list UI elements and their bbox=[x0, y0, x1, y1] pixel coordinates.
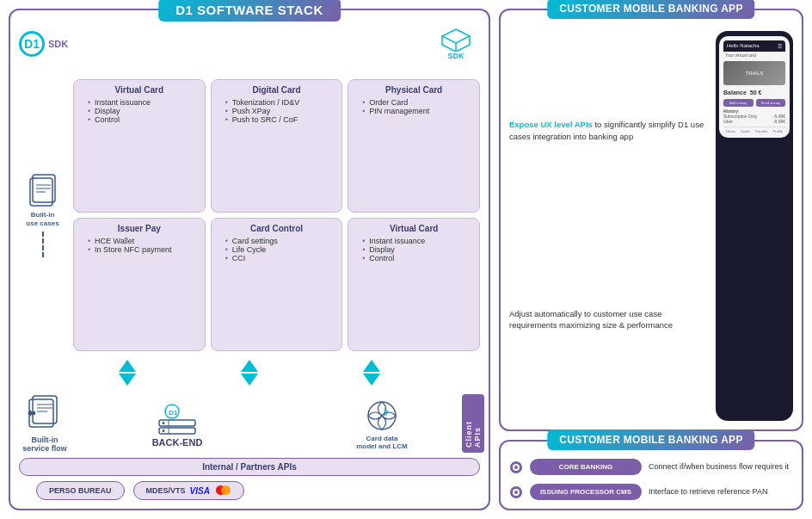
right-panel: CUSTOMER MOBILE BANKING APP Expose UX le… bbox=[499, 9, 803, 510]
card-box-virtual: Virtual Card Instant issuance Display Co… bbox=[73, 79, 206, 213]
client-apis-badge: Client APIs bbox=[462, 394, 484, 453]
dotted-arrow bbox=[42, 232, 44, 257]
add-money-btn[interactable]: Add money bbox=[723, 99, 754, 107]
perso-bureau-logo: PERSO BUREAU bbox=[36, 481, 125, 500]
card-virtual2-list: Instant issuance Display Control bbox=[355, 237, 472, 263]
right-top-title: CUSTOMER MOBILE BANKING APP bbox=[547, 0, 754, 19]
card-control-list: Card settings Life Cycle CCI bbox=[218, 237, 335, 263]
highlight-text-1: Expose UX level APIs bbox=[509, 120, 593, 129]
client-apis-label: Client APIs bbox=[462, 394, 484, 453]
arrow-up-icon bbox=[363, 360, 380, 372]
list-item: Push to SRC / CoF bbox=[225, 115, 335, 124]
box-icon bbox=[440, 28, 471, 52]
arrow-down-icon bbox=[119, 374, 136, 386]
phone-icon: ☰ bbox=[778, 43, 782, 49]
list-item: Instant issuance bbox=[88, 98, 198, 107]
card-box-issuer: Issuer Pay HCE Wallet In Store NFC payme… bbox=[73, 218, 206, 351]
list-item: HCE Wallet bbox=[88, 237, 198, 245]
card-issuer-title: Issuer Pay bbox=[81, 224, 198, 233]
service-flow-item: Built-inservice flow bbox=[19, 394, 71, 453]
svg-point-18 bbox=[163, 429, 165, 432]
card-virtual-list: Instant issuance Display Control bbox=[81, 98, 198, 124]
card-box-physical: Physical Card Order Card PIN management bbox=[348, 79, 480, 213]
right-top-panel: CUSTOMER MOBILE BANKING APP Expose UX le… bbox=[499, 9, 803, 431]
svg-point-27 bbox=[514, 491, 518, 494]
issuing-processor-desc: Interface to retrieve reference PAN bbox=[649, 487, 793, 497]
svg-point-17 bbox=[163, 422, 165, 424]
nav-transfer[interactable]: Transfer bbox=[755, 129, 768, 133]
core-banking-connector-icon bbox=[509, 460, 523, 474]
nav-profile[interactable]: Profile bbox=[773, 129, 783, 133]
main-container: D1 SOFTWARE STACK D1 SDK SDK bbox=[0, 0, 812, 519]
card-virtual-title: Virtual Card bbox=[81, 85, 198, 95]
core-banking-desc: Connect if/when business flow requires i… bbox=[649, 462, 793, 473]
transaction-2-amount: -8.99€ bbox=[773, 119, 785, 124]
text-block-1: Expose UX level APIs to significantly si… bbox=[509, 119, 707, 142]
transaction-2: Uber -8.99€ bbox=[723, 119, 785, 124]
right-text-section: Expose UX level APIs to significantly si… bbox=[509, 29, 707, 421]
list-item: Display bbox=[362, 245, 472, 254]
bi-arrow-2 bbox=[241, 360, 258, 386]
service-flow-label: Built-inservice flow bbox=[22, 436, 67, 453]
right-bottom-panel: CUSTOMER MOBILE BANKING APP CORE BANKING… bbox=[499, 440, 803, 510]
visa-label: VISA bbox=[190, 486, 210, 496]
issuing-processor-pill: ISSUING PROCESSOR CMS bbox=[530, 484, 642, 500]
top-section: Built-inuse cases Virtual Card Instant i… bbox=[19, 79, 480, 351]
built-in-use-cases: Built-inuse cases bbox=[19, 79, 66, 351]
phone-subtitle: Your virtual card bbox=[723, 52, 785, 59]
issuing-processor-row: ISSUING PROCESSOR CMS Interface to retri… bbox=[509, 484, 793, 500]
api-rows: CORE BANKING Connect if/when business fl… bbox=[509, 459, 793, 500]
phone-screen: Hello Natacha ☰ Your virtual card TRIALS… bbox=[719, 36, 790, 138]
use-cases-icon bbox=[27, 171, 59, 211]
phone-greeting: Hello Natacha bbox=[727, 43, 760, 49]
phone-card-image: TRIALS bbox=[723, 61, 785, 85]
svg-point-24 bbox=[514, 466, 518, 469]
bottom-row: Built-inservice flow D1 bbox=[19, 394, 480, 453]
list-item: Order Card bbox=[362, 98, 472, 107]
backend-item: D1 BACK-END bbox=[79, 399, 275, 448]
arrow-up-icon bbox=[119, 360, 136, 372]
card-issuer-list: HCE Wallet In Store NFC payment bbox=[81, 237, 198, 254]
left-panel: D1 SOFTWARE STACK D1 SDK SDK bbox=[9, 9, 490, 510]
card-data-item: Card datamodel and LCM bbox=[284, 397, 480, 450]
bottom-section: Built-inservice flow D1 bbox=[19, 394, 480, 500]
list-item: Display bbox=[88, 107, 198, 115]
card-physical-title: Physical Card bbox=[355, 85, 472, 95]
list-item: Push XPay bbox=[225, 107, 335, 115]
sdk-text: SDK bbox=[48, 39, 68, 49]
transaction-2-name: Uber bbox=[723, 119, 733, 124]
sdk-label: SDK bbox=[447, 52, 464, 60]
card-data-icon bbox=[362, 397, 402, 435]
card-virtual2-title: Virtual Card bbox=[355, 224, 472, 233]
mdes-vts-label: MDES/VTS bbox=[146, 486, 186, 495]
phone-balance: Balance 50 € bbox=[723, 88, 785, 97]
left-panel-title: D1 SOFTWARE STACK bbox=[158, 0, 341, 22]
phone-buttons: Add money Send money bbox=[723, 99, 785, 107]
phone-header: Hello Natacha ☰ bbox=[723, 40, 785, 52]
svg-marker-0 bbox=[442, 29, 470, 43]
bi-arrow-3 bbox=[363, 360, 380, 386]
issuing-processor-connector-icon bbox=[509, 485, 523, 499]
d1-logo: D1 bbox=[19, 31, 45, 57]
backend-icon: D1 bbox=[155, 399, 200, 437]
arrow-up-icon bbox=[241, 360, 258, 372]
perso-bureau-label: PERSO BUREAU bbox=[49, 486, 112, 495]
list-item: In Store NFC payment bbox=[88, 245, 198, 254]
built-in-use-cases-label: Built-inuse cases bbox=[26, 211, 58, 227]
list-item: PIN management bbox=[362, 107, 472, 115]
list-item: CCI bbox=[225, 254, 335, 263]
nav-cards[interactable]: Cards bbox=[741, 129, 750, 133]
send-money-btn[interactable]: Send money bbox=[756, 99, 786, 107]
mdes-vts-logo: MDES/VTS VISA bbox=[133, 481, 244, 500]
bidirectional-arrows bbox=[19, 360, 480, 386]
card-physical-list: Order Card PIN management bbox=[355, 98, 472, 115]
balance-label: Balance bbox=[723, 90, 747, 96]
nav-home[interactable]: Home bbox=[726, 129, 735, 133]
bottom-logos-row: PERSO BUREAU MDES/VTS VISA bbox=[19, 481, 480, 500]
phone-mockup: Hello Natacha ☰ Your virtual card TRIALS… bbox=[716, 31, 793, 421]
list-item: Control bbox=[88, 115, 198, 124]
core-banking-pill: CORE BANKING bbox=[530, 459, 642, 475]
card-box-digital: Digital Card Tokenization / ID&V Push XP… bbox=[211, 79, 343, 213]
arrow-down-icon bbox=[241, 374, 258, 386]
bi-arrow-1 bbox=[119, 360, 136, 386]
